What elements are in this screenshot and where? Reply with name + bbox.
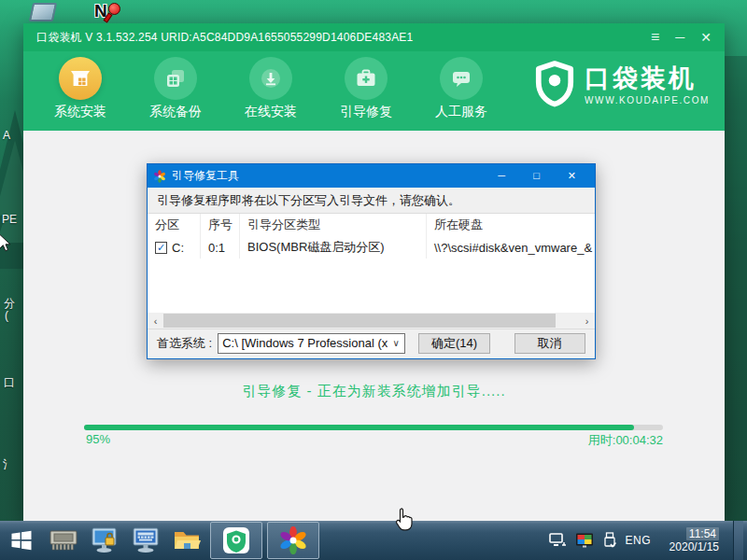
chat-icon [440, 57, 483, 100]
display-settings-tray-icon[interactable] [575, 533, 595, 549]
dialog-titlebar[interactable]: 引导修复工具 ─ □ ✕ [148, 164, 595, 188]
taskbar-onscreen-keyboard-icon[interactable] [125, 521, 166, 560]
cell-partition: C: [172, 241, 184, 255]
brand-name: 口袋装机 [585, 64, 710, 92]
app-title: 口袋装机 V 3.1.532.254 URID:A5C84DD9A1655055… [36, 30, 651, 46]
brand-site: WWW.KOUDAIPE.COM [585, 95, 710, 105]
desktop-label-fragment: 氵 [3, 457, 14, 473]
preferred-system-select[interactable]: C:\ [Windows 7 Professional (x ∨ [218, 333, 405, 354]
nav-manual-service[interactable]: 人工服务 [423, 51, 500, 120]
pinwheel-icon [153, 170, 166, 183]
taskbar-screen-lock-icon[interactable] [84, 521, 125, 560]
dialog-close-icon[interactable]: ✕ [568, 171, 576, 181]
ok-button[interactable]: 确定(14) [418, 333, 489, 354]
backup-icon [154, 57, 197, 100]
horizontal-scrollbar[interactable]: ‹ › [148, 313, 595, 329]
partition-checkbox[interactable]: ✓ [155, 242, 167, 254]
table-header-row: 分区 序号 引导分区类型 所在硬盘 [148, 214, 595, 236]
windows-logo-icon [10, 529, 33, 552]
dialog-title: 引导修复工具 [172, 168, 498, 184]
shield-app-icon [222, 526, 250, 554]
clock-date: 2020/1/15 [669, 540, 719, 553]
desktop-label-fragment: 口 [4, 375, 15, 391]
usb-tray-icon[interactable] [603, 532, 616, 549]
preferred-system-label: 首选系统 : [157, 335, 212, 352]
desktop-shortcut-n-icon[interactable]: N [94, 1, 126, 23]
nav-label: 系统备份 [137, 104, 214, 120]
pinwheel-app-icon [279, 526, 307, 554]
table-row[interactable]: ✓ C: 0:1 BIOS(MBR磁盘启动分区) \\?\scsi#disk&v… [148, 236, 595, 259]
minimize-icon[interactable]: ─ [675, 31, 684, 44]
cell-disk: \\?\scsi#disk&ven_vmware_& [427, 236, 595, 259]
dialog-footer: 首选系统 : C:\ [Windows 7 Professional (x ∨ … [148, 328, 595, 358]
nav-boot-repair[interactable]: 引导修复 [328, 51, 404, 120]
cell-boot-type: BIOS(MBR磁盘启动分区) [240, 236, 427, 259]
desktop-monitor-icon[interactable] [29, 3, 57, 21]
boot-repair-dialog: 引导修复工具 ─ □ ✕ 引导修复程序即将在以下分区写入引导文件，请您确认。 分… [147, 163, 596, 359]
progress-bar [84, 425, 663, 430]
network-tray-icon[interactable] [549, 533, 567, 548]
clock-time: 11:54 [686, 527, 719, 540]
nav-online-install[interactable]: 在线安装 [233, 51, 309, 120]
menu-icon[interactable]: ≡ [651, 31, 659, 44]
partition-table: 分区 序号 引导分区类型 所在硬盘 ✓ C: 0:1 BIOS(MBR磁盘启动分… [148, 213, 595, 329]
dialog-message: 引导修复程序即将在以下分区写入引导文件，请您确认。 [148, 188, 595, 213]
nav-label: 系统安装 [42, 104, 119, 120]
cell-index: 0:1 [201, 236, 240, 259]
shield-logo-icon [534, 61, 575, 109]
download-icon [249, 57, 292, 100]
language-indicator[interactable]: ENG [625, 534, 651, 547]
nav-system-install[interactable]: 系统安装 [42, 51, 119, 120]
dialog-minimize-icon[interactable]: ─ [498, 171, 505, 181]
taskbar-app-koudai-button[interactable] [210, 522, 262, 559]
col-index: 序号 [201, 214, 240, 236]
brand-logo: 口袋装机 WWW.KOUDAIPE.COM [534, 61, 710, 109]
arrow-cursor [0, 233, 12, 257]
taskbar-ramdisk-icon[interactable] [43, 521, 84, 560]
nav-system-backup[interactable]: 系统备份 [137, 51, 214, 120]
desktop-label-fragment: PE [2, 213, 17, 226]
hand-cursor [394, 507, 415, 535]
col-boot-type: 引导分区类型 [240, 214, 427, 236]
scrollbar-thumb[interactable] [163, 314, 556, 328]
taskbar: ENG 11:54 2020/1/15 [0, 521, 747, 560]
dialog-maximize-icon[interactable]: □ [533, 171, 540, 181]
show-desktop-button[interactable] [733, 521, 743, 560]
cancel-button[interactable]: 取消 [514, 333, 585, 354]
app-toolbar: 系统安装 系统备份 [23, 51, 725, 131]
taskbar-app-bootrepair-button[interactable] [267, 522, 319, 559]
start-button[interactable] [0, 521, 43, 560]
progress-fill [84, 425, 634, 430]
elapsed-time: 用时:00:04:32 [588, 432, 663, 449]
col-partition: 分区 [148, 214, 201, 236]
chevron-down-icon: ∨ [388, 338, 404, 348]
taskbar-file-explorer-icon[interactable] [166, 521, 207, 560]
scroll-right-icon[interactable]: › [579, 313, 595, 329]
install-icon [59, 57, 102, 100]
close-icon[interactable]: ✕ [700, 31, 712, 44]
col-disk: 所在硬盘 [427, 214, 595, 236]
clock[interactable]: 11:54 2020/1/15 [659, 527, 719, 553]
nav-label: 引导修复 [328, 104, 404, 120]
nav-label: 在线安装 [233, 104, 309, 120]
red-key-icon [108, 3, 120, 15]
progress-percent: 95% [86, 432, 110, 446]
toolbox-icon [345, 57, 388, 100]
desktop-label-fragment: A [3, 129, 10, 142]
preferred-system-value: C:\ [Windows 7 Professional (x [222, 336, 388, 350]
nav-label: 人工服务 [423, 104, 500, 120]
app-titlebar[interactable]: 口袋装机 V 3.1.532.254 URID:A5C84DD9A1655055… [23, 23, 725, 51]
status-text: 引导修复 - 正在为新装系统增加引导..... [23, 383, 725, 400]
scroll-left-icon[interactable]: ‹ [148, 313, 163, 329]
system-tray: ENG 11:54 2020/1/15 [549, 521, 747, 560]
desktop-label-fragment: ( [5, 309, 8, 322]
